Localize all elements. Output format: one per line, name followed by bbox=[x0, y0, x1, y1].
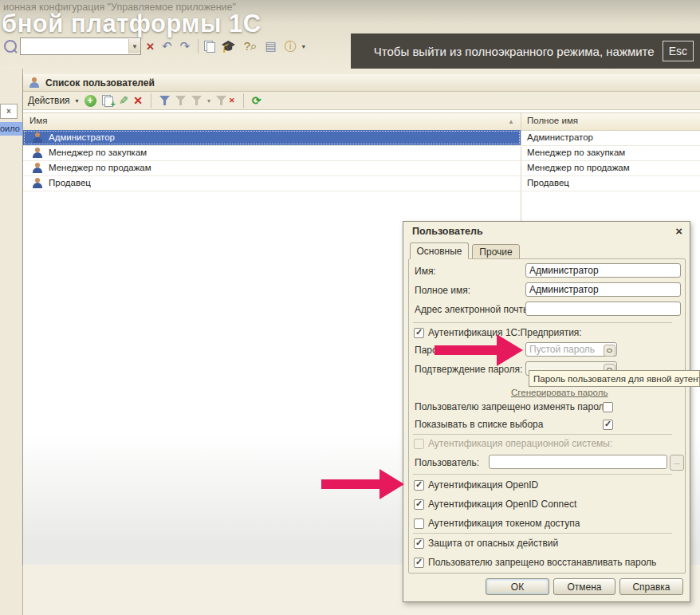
email-field[interactable] bbox=[525, 302, 681, 316]
notes-icon[interactable]: ▤ bbox=[263, 39, 279, 53]
os-auth-label: Аутентификация операционной системы: bbox=[428, 438, 612, 449]
show-in-list-label: Показывать в списке выбора bbox=[415, 419, 543, 430]
panel-close-button[interactable]: × bbox=[0, 104, 18, 119]
screen: ионная конфигурация "Управляемое приложе… bbox=[0, 0, 700, 615]
cell-name: Менеджер по закупкам bbox=[49, 148, 147, 157]
set-filter-icon[interactable] bbox=[159, 96, 170, 105]
search-help-icon[interactable]: ?⌕ bbox=[242, 39, 260, 53]
more-caret-icon[interactable]: ▾ bbox=[302, 43, 305, 50]
os-user-label: Пользователь: bbox=[415, 457, 479, 468]
info-icon[interactable]: ⓘ bbox=[282, 39, 299, 54]
sort-icon: ▲ bbox=[508, 118, 516, 124]
cannot-change-checkbox[interactable] bbox=[603, 402, 613, 412]
openid-pointer-arrow-icon bbox=[321, 469, 405, 499]
openid-label: Аутентификация OpenID bbox=[428, 479, 538, 491]
tab-other[interactable]: Прочие bbox=[472, 244, 520, 259]
user-icon bbox=[29, 77, 39, 88]
refresh-icon[interactable]: ⟳ bbox=[252, 94, 262, 107]
browse-button[interactable]: ... bbox=[670, 455, 684, 471]
auth-1c-checkbox[interactable] bbox=[414, 328, 424, 338]
cancel-button[interactable]: Отмена bbox=[553, 578, 615, 595]
table-row[interactable]: Администратор Администратор bbox=[23, 130, 700, 146]
token-auth-checkbox[interactable] bbox=[414, 518, 424, 529]
user-icon bbox=[33, 178, 42, 188]
toolbar-separator bbox=[243, 93, 244, 108]
table-row[interactable]: Продавец Продавец bbox=[23, 175, 700, 191]
filter-icon[interactable] bbox=[175, 96, 186, 105]
cell-fullname: Продавец bbox=[527, 178, 569, 187]
openid-connect-label: Аутентификация OpenID Connect bbox=[428, 499, 576, 510]
nav-back-icon[interactable]: ↶ bbox=[159, 39, 175, 53]
fullname-field[interactable] bbox=[525, 282, 681, 297]
delete-icon[interactable]: ✕ bbox=[133, 94, 143, 107]
edit-icon[interactable]: ✎ bbox=[119, 94, 128, 107]
table-header[interactable]: Имя ▲ Полное имя bbox=[23, 112, 700, 131]
cell-name: Администратор bbox=[49, 132, 115, 142]
left-panel-fragment: × оило bbox=[0, 69, 23, 615]
table-row[interactable]: Менеджер по продажам Менеджер по продажа… bbox=[23, 160, 700, 176]
os-auth-checkbox bbox=[414, 439, 424, 449]
user-icon bbox=[33, 148, 42, 158]
chevron-down-icon[interactable]: ▼ bbox=[128, 39, 140, 53]
cell-fullname: Менеджер по продажам bbox=[527, 163, 630, 172]
copy-item-icon[interactable]: + bbox=[102, 95, 113, 106]
user-list-toolbar: Действия ▾ + + ✎ ✕ ▾ ✕ ⟳ bbox=[23, 92, 700, 110]
esc-key-badge: Esc bbox=[663, 41, 694, 61]
column-name[interactable]: Имя bbox=[29, 116, 47, 125]
column-fullname[interactable]: Полное имя bbox=[527, 116, 578, 125]
generate-password-link[interactable]: Сгенерировать пароль bbox=[511, 388, 608, 397]
filter-history-icon[interactable] bbox=[191, 96, 202, 105]
danger-protection-label: Защита от опасных действий bbox=[428, 538, 558, 549]
user-icon bbox=[33, 163, 42, 173]
fullscreen-banner: Чтобы выйти из полноэкранного режима, на… bbox=[351, 34, 700, 69]
openid-connect-checkbox[interactable] bbox=[414, 499, 424, 510]
search-icon bbox=[4, 40, 17, 53]
cell-name: Менеджер по продажам bbox=[49, 163, 151, 172]
cell-name: Продавец bbox=[49, 178, 91, 187]
os-user-field[interactable] bbox=[489, 455, 667, 469]
nav-forward-icon[interactable]: ↷ bbox=[177, 39, 192, 53]
cell-fullname: Администратор bbox=[527, 132, 593, 142]
show-password-icon[interactable] bbox=[604, 345, 615, 357]
close-icon[interactable]: × bbox=[675, 224, 682, 238]
help-button[interactable]: Справка bbox=[619, 578, 683, 595]
toolbar-separator bbox=[198, 39, 199, 53]
separator bbox=[413, 322, 672, 323]
user-list-title: Список пользователей bbox=[45, 77, 155, 89]
clear-filter-icon[interactable] bbox=[216, 96, 226, 105]
ok-button[interactable]: ОК bbox=[486, 578, 549, 595]
toolbar-separator bbox=[151, 93, 151, 108]
copy-icon[interactable] bbox=[204, 41, 215, 52]
add-icon[interactable]: + bbox=[85, 95, 96, 107]
cannot-change-label: Пользователю запрещено изменять пароль bbox=[415, 401, 609, 412]
separator bbox=[413, 474, 672, 475]
name-label: Имя: bbox=[415, 266, 436, 277]
cell-fullname: Менеджер по закупкам bbox=[527, 148, 625, 157]
danger-protection-checkbox[interactable] bbox=[414, 538, 424, 549]
filter-caret-icon[interactable]: ▾ bbox=[207, 97, 210, 104]
actions-menu[interactable]: Действия bbox=[28, 95, 70, 106]
search-input[interactable] bbox=[21, 39, 128, 53]
main-toolbar: ▼ ✕ ↶ ↷ 🎓 ?⌕ ▤ ⓘ ▾ bbox=[0, 35, 351, 57]
table-row[interactable]: Менеджер по закупкам Менеджер по закупка… bbox=[23, 145, 700, 161]
user-icon bbox=[33, 132, 42, 143]
password-tooltip: Пароль пользователя для явной аутентиф bbox=[529, 370, 700, 387]
search-combobox[interactable]: ▼ bbox=[20, 37, 141, 55]
left-panel-selected-item[interactable]: оило bbox=[0, 122, 22, 136]
clear-search-icon[interactable]: ✕ bbox=[144, 41, 156, 53]
user-help-icon[interactable]: 🎓 bbox=[218, 39, 238, 53]
cannot-recover-checkbox[interactable] bbox=[414, 558, 424, 568]
actions-caret-icon[interactable]: ▾ bbox=[76, 97, 79, 104]
token-auth-label: Аутентификация токеном доступа bbox=[428, 518, 580, 529]
tab-main[interactable]: Основные bbox=[410, 242, 469, 259]
openid-checkbox[interactable] bbox=[414, 480, 424, 491]
banner-text: Чтобы выйти из полноэкранного режима, на… bbox=[374, 45, 655, 58]
name-field[interactable] bbox=[525, 263, 681, 278]
dialog-title: Пользователь bbox=[412, 226, 483, 237]
user-list-titlebar[interactable]: Список пользователей bbox=[23, 74, 700, 92]
show-in-list-checkbox[interactable] bbox=[603, 420, 613, 430]
video-overlay-title: бной платформы 1С bbox=[2, 10, 262, 38]
email-label: Адрес электронной почты: bbox=[415, 304, 533, 315]
clear-filter-x-icon: ✕ bbox=[229, 97, 235, 104]
fullname-label: Полное имя: bbox=[415, 285, 470, 296]
